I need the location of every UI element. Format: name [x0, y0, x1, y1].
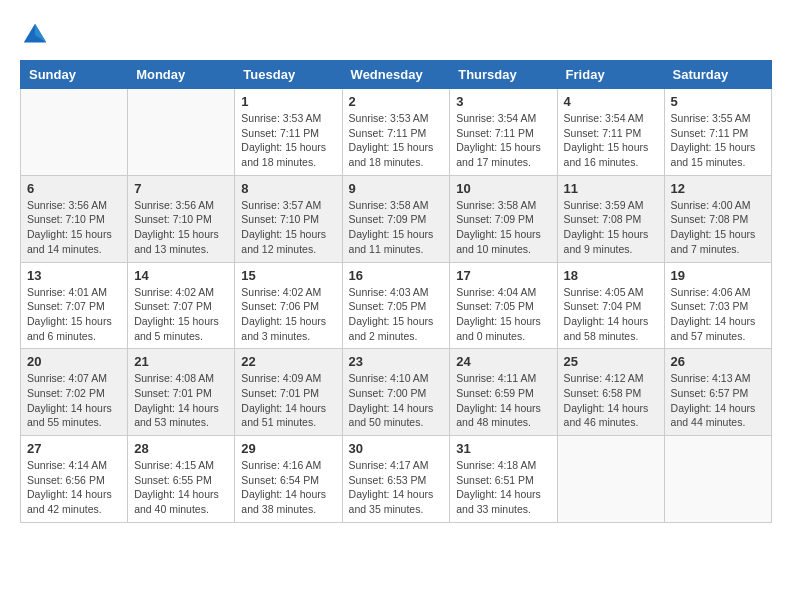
- calendar-cell: 30Sunrise: 4:17 AM Sunset: 6:53 PM Dayli…: [342, 436, 450, 523]
- day-info: Sunrise: 4:00 AM Sunset: 7:08 PM Dayligh…: [671, 198, 765, 257]
- day-info: Sunrise: 3:58 AM Sunset: 7:09 PM Dayligh…: [456, 198, 550, 257]
- day-number: 10: [456, 181, 550, 196]
- day-number: 15: [241, 268, 335, 283]
- day-number: 13: [27, 268, 121, 283]
- day-number: 9: [349, 181, 444, 196]
- day-info: Sunrise: 4:08 AM Sunset: 7:01 PM Dayligh…: [134, 371, 228, 430]
- day-info: Sunrise: 4:18 AM Sunset: 6:51 PM Dayligh…: [456, 458, 550, 517]
- calendar-cell: 9Sunrise: 3:58 AM Sunset: 7:09 PM Daylig…: [342, 175, 450, 262]
- day-info: Sunrise: 4:01 AM Sunset: 7:07 PM Dayligh…: [27, 285, 121, 344]
- day-number: 11: [564, 181, 658, 196]
- calendar-cell: 25Sunrise: 4:12 AM Sunset: 6:58 PM Dayli…: [557, 349, 664, 436]
- day-info: Sunrise: 4:04 AM Sunset: 7:05 PM Dayligh…: [456, 285, 550, 344]
- day-info: Sunrise: 3:58 AM Sunset: 7:09 PM Dayligh…: [349, 198, 444, 257]
- calendar-cell: 16Sunrise: 4:03 AM Sunset: 7:05 PM Dayli…: [342, 262, 450, 349]
- day-info: Sunrise: 4:14 AM Sunset: 6:56 PM Dayligh…: [27, 458, 121, 517]
- calendar-cell: 15Sunrise: 4:02 AM Sunset: 7:06 PM Dayli…: [235, 262, 342, 349]
- calendar-cell: 10Sunrise: 3:58 AM Sunset: 7:09 PM Dayli…: [450, 175, 557, 262]
- day-info: Sunrise: 4:15 AM Sunset: 6:55 PM Dayligh…: [134, 458, 228, 517]
- day-info: Sunrise: 4:02 AM Sunset: 7:07 PM Dayligh…: [134, 285, 228, 344]
- day-info: Sunrise: 4:09 AM Sunset: 7:01 PM Dayligh…: [241, 371, 335, 430]
- day-info: Sunrise: 4:12 AM Sunset: 6:58 PM Dayligh…: [564, 371, 658, 430]
- calendar-cell: 11Sunrise: 3:59 AM Sunset: 7:08 PM Dayli…: [557, 175, 664, 262]
- day-number: 21: [134, 354, 228, 369]
- day-info: Sunrise: 4:16 AM Sunset: 6:54 PM Dayligh…: [241, 458, 335, 517]
- calendar-cell: 12Sunrise: 4:00 AM Sunset: 7:08 PM Dayli…: [664, 175, 771, 262]
- day-info: Sunrise: 4:10 AM Sunset: 7:00 PM Dayligh…: [349, 371, 444, 430]
- day-number: 1: [241, 94, 335, 109]
- calendar-cell: 13Sunrise: 4:01 AM Sunset: 7:07 PM Dayli…: [21, 262, 128, 349]
- calendar-cell: 5Sunrise: 3:55 AM Sunset: 7:11 PM Daylig…: [664, 89, 771, 176]
- calendar-cell: [128, 89, 235, 176]
- day-number: 4: [564, 94, 658, 109]
- day-number: 14: [134, 268, 228, 283]
- day-info: Sunrise: 4:07 AM Sunset: 7:02 PM Dayligh…: [27, 371, 121, 430]
- day-number: 2: [349, 94, 444, 109]
- calendar-cell: [557, 436, 664, 523]
- calendar-cell: 3Sunrise: 3:54 AM Sunset: 7:11 PM Daylig…: [450, 89, 557, 176]
- calendar-cell: 19Sunrise: 4:06 AM Sunset: 7:03 PM Dayli…: [664, 262, 771, 349]
- day-number: 6: [27, 181, 121, 196]
- day-info: Sunrise: 4:17 AM Sunset: 6:53 PM Dayligh…: [349, 458, 444, 517]
- day-number: 27: [27, 441, 121, 456]
- day-number: 7: [134, 181, 228, 196]
- calendar-cell: 27Sunrise: 4:14 AM Sunset: 6:56 PM Dayli…: [21, 436, 128, 523]
- day-number: 29: [241, 441, 335, 456]
- calendar-cell: 26Sunrise: 4:13 AM Sunset: 6:57 PM Dayli…: [664, 349, 771, 436]
- calendar-cell: [21, 89, 128, 176]
- day-number: 18: [564, 268, 658, 283]
- logo: [20, 20, 54, 50]
- day-info: Sunrise: 3:53 AM Sunset: 7:11 PM Dayligh…: [241, 111, 335, 170]
- day-number: 17: [456, 268, 550, 283]
- day-number: 28: [134, 441, 228, 456]
- calendar-cell: 7Sunrise: 3:56 AM Sunset: 7:10 PM Daylig…: [128, 175, 235, 262]
- calendar-cell: 24Sunrise: 4:11 AM Sunset: 6:59 PM Dayli…: [450, 349, 557, 436]
- day-info: Sunrise: 4:05 AM Sunset: 7:04 PM Dayligh…: [564, 285, 658, 344]
- page-header: [20, 20, 772, 50]
- calendar-cell: 22Sunrise: 4:09 AM Sunset: 7:01 PM Dayli…: [235, 349, 342, 436]
- day-info: Sunrise: 3:54 AM Sunset: 7:11 PM Dayligh…: [456, 111, 550, 170]
- day-number: 19: [671, 268, 765, 283]
- day-number: 25: [564, 354, 658, 369]
- column-header-monday: Monday: [128, 61, 235, 89]
- calendar-cell: 4Sunrise: 3:54 AM Sunset: 7:11 PM Daylig…: [557, 89, 664, 176]
- column-header-wednesday: Wednesday: [342, 61, 450, 89]
- calendar-cell: 18Sunrise: 4:05 AM Sunset: 7:04 PM Dayli…: [557, 262, 664, 349]
- calendar-cell: 21Sunrise: 4:08 AM Sunset: 7:01 PM Dayli…: [128, 349, 235, 436]
- day-number: 23: [349, 354, 444, 369]
- day-info: Sunrise: 4:03 AM Sunset: 7:05 PM Dayligh…: [349, 285, 444, 344]
- day-info: Sunrise: 3:59 AM Sunset: 7:08 PM Dayligh…: [564, 198, 658, 257]
- day-number: 30: [349, 441, 444, 456]
- day-number: 3: [456, 94, 550, 109]
- day-number: 12: [671, 181, 765, 196]
- column-header-saturday: Saturday: [664, 61, 771, 89]
- calendar-cell: [664, 436, 771, 523]
- day-number: 8: [241, 181, 335, 196]
- calendar-week-row: 6Sunrise: 3:56 AM Sunset: 7:10 PM Daylig…: [21, 175, 772, 262]
- day-info: Sunrise: 3:55 AM Sunset: 7:11 PM Dayligh…: [671, 111, 765, 170]
- calendar-week-row: 27Sunrise: 4:14 AM Sunset: 6:56 PM Dayli…: [21, 436, 772, 523]
- column-header-thursday: Thursday: [450, 61, 557, 89]
- calendar-cell: 29Sunrise: 4:16 AM Sunset: 6:54 PM Dayli…: [235, 436, 342, 523]
- calendar-cell: 31Sunrise: 4:18 AM Sunset: 6:51 PM Dayli…: [450, 436, 557, 523]
- day-info: Sunrise: 3:53 AM Sunset: 7:11 PM Dayligh…: [349, 111, 444, 170]
- day-number: 22: [241, 354, 335, 369]
- calendar-cell: 8Sunrise: 3:57 AM Sunset: 7:10 PM Daylig…: [235, 175, 342, 262]
- day-number: 24: [456, 354, 550, 369]
- day-info: Sunrise: 3:57 AM Sunset: 7:10 PM Dayligh…: [241, 198, 335, 257]
- day-number: 26: [671, 354, 765, 369]
- day-info: Sunrise: 3:56 AM Sunset: 7:10 PM Dayligh…: [134, 198, 228, 257]
- calendar-cell: 17Sunrise: 4:04 AM Sunset: 7:05 PM Dayli…: [450, 262, 557, 349]
- day-info: Sunrise: 3:54 AM Sunset: 7:11 PM Dayligh…: [564, 111, 658, 170]
- calendar-week-row: 13Sunrise: 4:01 AM Sunset: 7:07 PM Dayli…: [21, 262, 772, 349]
- day-number: 20: [27, 354, 121, 369]
- calendar-cell: 28Sunrise: 4:15 AM Sunset: 6:55 PM Dayli…: [128, 436, 235, 523]
- day-info: Sunrise: 4:11 AM Sunset: 6:59 PM Dayligh…: [456, 371, 550, 430]
- calendar-cell: 6Sunrise: 3:56 AM Sunset: 7:10 PM Daylig…: [21, 175, 128, 262]
- day-info: Sunrise: 4:13 AM Sunset: 6:57 PM Dayligh…: [671, 371, 765, 430]
- calendar-cell: 20Sunrise: 4:07 AM Sunset: 7:02 PM Dayli…: [21, 349, 128, 436]
- calendar-week-row: 1Sunrise: 3:53 AM Sunset: 7:11 PM Daylig…: [21, 89, 772, 176]
- logo-icon: [20, 20, 50, 50]
- day-number: 16: [349, 268, 444, 283]
- calendar-cell: 2Sunrise: 3:53 AM Sunset: 7:11 PM Daylig…: [342, 89, 450, 176]
